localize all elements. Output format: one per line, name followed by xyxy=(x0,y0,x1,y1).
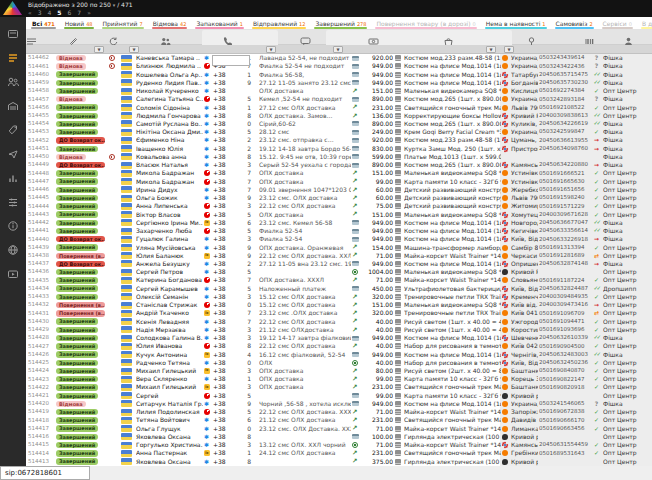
client-phone[interactable]: +38 xyxy=(213,268,237,276)
client-phone[interactable]: +38 xyxy=(213,383,237,391)
client-phone[interactable]: +38 xyxy=(213,243,237,251)
tab-Запакований[interactable]: Запакований1 xyxy=(195,17,244,29)
manager-icon[interactable] xyxy=(623,32,634,43)
client-phone[interactable]: +38 xyxy=(213,70,237,78)
order-row[interactable]: 514424ЗавершенийМихаил Гилецькийlc+383ОП… xyxy=(26,367,652,375)
order-row[interactable]: 514447ЗавершенийМикола Бадражан+387ОПХ д… xyxy=(26,178,652,186)
client-phone[interactable]: +38 xyxy=(213,112,237,120)
client-phone[interactable]: +38 xyxy=(213,318,237,326)
location-pin-icon[interactable] xyxy=(526,32,537,43)
order-row[interactable]: 514432Повернення (в..Станіслав Стрижак+3… xyxy=(26,301,652,309)
order-row[interactable]: 514449ДО Возврат ок..Власюк Наталья✱+383… xyxy=(26,161,652,169)
product-filter-dropdown[interactable]: ▼ xyxy=(486,46,496,53)
tab-Всі[interactable]: Всі471 xyxy=(31,17,56,29)
sidebar-item-marketing[interactable] xyxy=(7,148,19,160)
order-row[interactable]: 514448ЗавершенийМикола Бадражан+387ОПХ д… xyxy=(26,169,652,177)
comment-filter-dropdown[interactable]: ▼ xyxy=(333,46,343,53)
sidebar-item-warehouse[interactable] xyxy=(7,100,19,112)
phone-icon[interactable] xyxy=(222,32,233,43)
order-row[interactable]: 514420ВідмоваСитарчук Наталія Гр..✱+389Ч… xyxy=(26,400,652,408)
phone-filter-dropdown[interactable]: ▼ xyxy=(266,46,276,53)
sidebar-item-clients[interactable] xyxy=(7,76,19,88)
phone-edit-popup[interactable] xyxy=(212,55,250,66)
sidebar-item-integrations[interactable] xyxy=(7,244,19,256)
tab-Відправлений[interactable]: Відправлений12 xyxy=(252,17,307,29)
client-phone[interactable]: +38 xyxy=(213,235,237,243)
tab-Нема в наявності[interactable]: Нема в наявності1 xyxy=(485,17,547,29)
order-row[interactable]: 514443ЗавершенийВіктор Власов+385ОЛХ дос… xyxy=(26,210,652,218)
order-row[interactable]: 514435ЗавершенийКатерина Богданова+387ОП… xyxy=(26,276,652,284)
comment-icon[interactable] xyxy=(300,32,311,43)
order-row[interactable]: 514440ДО Возврат ок..Гуцалюк Галина✱+383… xyxy=(26,235,652,243)
first-page-button[interactable]: « xyxy=(28,9,32,16)
order-row[interactable]: 514451ЗавершенийІващенко Юлія✱+38219.12 … xyxy=(26,145,652,153)
order-row[interactable]: 514450ВідмоваКовальова анна✱+38815.12. 9… xyxy=(26,153,652,161)
order-row[interactable]: 514414ЗавершенийАнна Пастернакlc+38124.1… xyxy=(26,449,652,457)
page-button[interactable]: 6 xyxy=(68,9,72,16)
page-size-dropdown[interactable]: ▾ xyxy=(113,2,116,8)
client-phone[interactable]: +38 xyxy=(213,219,237,227)
location-filter-dropdown[interactable]: ▼ xyxy=(504,46,514,53)
client-phone[interactable]: +38 xyxy=(213,416,237,424)
order-row[interactable]: 514438Повернення (в..Юлия Баланюкlc+3892… xyxy=(26,252,652,260)
sidebar-item-info[interactable] xyxy=(7,220,19,232)
sidebar-item-orders[interactable] xyxy=(7,52,19,64)
client-phone[interactable]: +38 xyxy=(213,367,237,375)
sidebar-item-products[interactable] xyxy=(7,124,19,136)
order-row[interactable]: 514426ЗавершенийКучук Антонинаlc+38416.1… xyxy=(26,350,652,358)
order-row[interactable]: 514437ДО Возврат ок..Анжела Безушку✱+382… xyxy=(26,260,652,268)
order-row[interactable]: 514425ЗавершенийРадченко Тетяна✱+380ОЛХ4… xyxy=(26,359,652,367)
order-row[interactable]: 514428ЗавершенийСолодкова Галина В..✱+38… xyxy=(26,334,652,342)
tab-Сервіси[interactable]: Сервіси0 xyxy=(602,17,633,29)
order-row[interactable]: 514455ЗавершенийЛюдмила Гончарова✱+388ОЛ… xyxy=(26,112,652,120)
client-phone[interactable]: +38 xyxy=(213,457,237,465)
client-phone[interactable]: +38 xyxy=(213,425,237,433)
last-page-button[interactable]: » xyxy=(87,9,91,16)
tab-Новий[interactable]: Новий48 xyxy=(64,17,94,29)
client-phone[interactable]: +38 xyxy=(213,103,237,111)
client-phone[interactable]: +38 xyxy=(213,392,237,400)
app-logo-icon[interactable] xyxy=(3,1,22,15)
order-row[interactable]: 514433ЗавершенийОлексій Семанін✱+38315.1… xyxy=(26,293,652,301)
clients-icon[interactable] xyxy=(160,32,171,43)
client-phone[interactable]: +38 xyxy=(213,285,237,293)
page-button[interactable]: 7 xyxy=(77,9,81,16)
order-row[interactable]: 514421ЗавершенийСергей+38599.00Карта пам… xyxy=(26,392,652,400)
order-row[interactable]: 514446ЗавершенийИрина Дидух✱+38709.01 зв… xyxy=(26,186,652,194)
client-phone[interactable]: +38 xyxy=(213,202,237,210)
client-phone[interactable]: +38 xyxy=(213,120,237,128)
order-row[interactable]: 514419ЗавершенийЛилия Подолинская+38522.… xyxy=(26,408,652,416)
order-row[interactable]: 514431Повернення (в..Андрій Ткаченкоlc+3… xyxy=(26,309,652,317)
order-row[interactable]: 514460ЗавершенийКошелева Ольга Ар..✱+381… xyxy=(26,70,652,78)
order-row[interactable]: 514458ЗавершенийНиколай Кучеренко✱+38ОЛХ… xyxy=(26,87,652,95)
flag-filter-dropdown[interactable]: ▼ xyxy=(129,46,139,53)
client-phone[interactable]: +38 xyxy=(213,342,237,350)
tab-Прийнятий[interactable]: Прийнятий7 xyxy=(102,17,144,29)
client-phone[interactable]: +38 xyxy=(213,153,237,161)
order-row[interactable]: 514429ЗавершенийНадія Мерзаєва✱+38321.12… xyxy=(26,326,652,334)
order-row[interactable]: 514439ЗавершенийУляна Мусійовська✱+389ОП… xyxy=(26,243,652,251)
tab-Завершений[interactable]: Завершений278 xyxy=(314,17,367,29)
client-phone[interactable]: +38 xyxy=(213,334,237,342)
client-phone[interactable]: +38 xyxy=(213,186,237,194)
tab-В дорозі додому[interactable]: В дорозі додому0 xyxy=(641,17,652,29)
tab-Повернення товару (в дорозі)[interactable]: Повернення товару (в дорозі)0 xyxy=(375,17,476,29)
list-icon[interactable] xyxy=(26,32,37,43)
edit-icon[interactable] xyxy=(68,32,79,43)
order-row[interactable]: 514427ЗавершенийЮлия Иванова+38822.12 см… xyxy=(26,342,652,350)
order-row[interactable]: 514416ЗавершенийЯковлева Оксана✱+388100.… xyxy=(26,433,652,441)
client-phone[interactable]: +38 xyxy=(213,350,237,358)
client-phone[interactable]: +38 xyxy=(213,227,237,235)
client-phone[interactable]: +38 xyxy=(213,441,237,449)
tab-Відмова[interactable]: Відмова42 xyxy=(152,17,188,29)
page-button[interactable]: 3 xyxy=(38,9,42,16)
order-row[interactable]: 514461ВідмоваБлизнюк Людмила ..+387Фиалк… xyxy=(26,62,652,70)
order-row[interactable]: 514442ЗавершенийСергіюнко Ірина Ми..lc+3… xyxy=(26,219,652,227)
basket-icon[interactable] xyxy=(443,32,454,43)
client-phone[interactable]: +38 xyxy=(213,145,237,153)
client-phone[interactable]: +38 xyxy=(213,128,237,136)
order-row[interactable]: 514453ЗавершенийНікітіна Оксана Дми..✱+3… xyxy=(26,128,652,136)
order-row[interactable]: 514456ЗавершенийСоломія Сідоніна✱+38127.… xyxy=(26,103,652,111)
client-phone[interactable]: +38 xyxy=(213,79,237,87)
order-row[interactable]: 514430ЗавершенийКсенія Левадняя✱+38722.1… xyxy=(26,318,652,326)
